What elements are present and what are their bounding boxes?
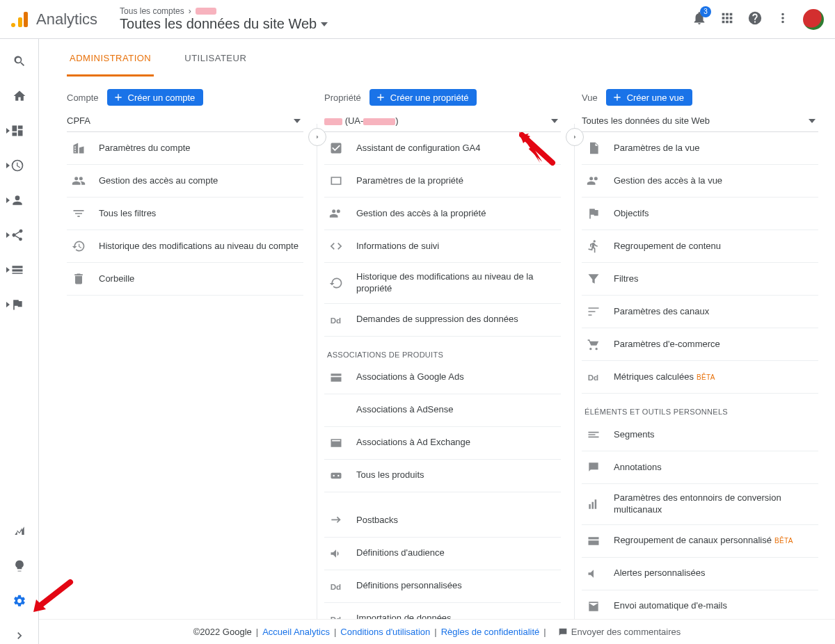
more-button[interactable] bbox=[775, 10, 790, 29]
row-view-access[interactable]: Gestion des accès à la vue bbox=[582, 165, 818, 198]
property-selector[interactable]: (UA-) bbox=[324, 110, 561, 132]
people-icon bbox=[71, 173, 86, 188]
row-calc-metrics[interactable]: DdMétriques calculéesBÊTA bbox=[582, 361, 818, 394]
home-icon bbox=[13, 89, 26, 103]
blank-icon bbox=[328, 403, 344, 418]
top-header: Analytics Tous les comptes › Toutes les … bbox=[0, 0, 835, 39]
help-button[interactable] bbox=[747, 10, 763, 29]
row-label: Associations à Google Ads bbox=[356, 371, 464, 383]
row-content-grouping[interactable]: Regroupement de contenu bbox=[582, 230, 818, 263]
row-view-filters[interactable]: Filtres bbox=[582, 263, 818, 296]
breadcrumb[interactable]: Tous les comptes › Toutes les données du… bbox=[120, 6, 328, 32]
rail-audience[interactable] bbox=[11, 192, 28, 209]
row-view-settings[interactable]: Paramètres de la vue bbox=[582, 132, 818, 165]
row-all-filters[interactable]: Tous les filtres bbox=[67, 198, 303, 230]
row-account-access[interactable]: Gestion des accès au compte bbox=[67, 165, 303, 198]
rail-customization[interactable] bbox=[11, 122, 28, 139]
footer-feedback-label: Envoyer des commentaires bbox=[571, 627, 681, 637]
view-selector[interactable]: Toutes les données du site Web bbox=[582, 110, 818, 132]
row-channel-settings[interactable]: Paramètres des canaux bbox=[582, 296, 818, 328]
segments-icon bbox=[586, 427, 601, 442]
svg-point-3 bbox=[337, 475, 340, 477]
row-data-deletion[interactable]: DdDemandes de suppression des données bbox=[324, 304, 561, 337]
footer-link-home[interactable]: Accueil Analytics bbox=[262, 627, 330, 637]
row-goals[interactable]: Objectifs bbox=[582, 198, 818, 230]
row-segments[interactable]: Segments bbox=[582, 419, 818, 451]
create-property-button[interactable]: Créer une propriété bbox=[369, 89, 477, 106]
rail-home[interactable] bbox=[11, 88, 28, 104]
row-label: Paramètres des entonnoirs de conversion … bbox=[614, 492, 814, 516]
notifications-button[interactable]: 3 bbox=[692, 10, 707, 29]
rail-admin[interactable] bbox=[11, 593, 28, 609]
left-rail bbox=[0, 39, 39, 644]
rail-discover[interactable] bbox=[11, 558, 28, 574]
row-all-products[interactable]: Tous les produits bbox=[324, 460, 561, 492]
tab-administration[interactable]: ADMINISTRATION bbox=[67, 39, 154, 77]
bars-icon bbox=[586, 497, 601, 512]
row-ecommerce-settings[interactable]: Paramètres d'e-commerce bbox=[582, 328, 818, 361]
property-column: Propriété Créer une propriété (UA-) Assi… bbox=[324, 89, 575, 644]
property-col-title: Propriété bbox=[324, 92, 361, 103]
create-view-label: Créer une vue bbox=[627, 92, 684, 103]
rail-realtime[interactable] bbox=[11, 157, 28, 174]
row-label: Paramètres de la vue bbox=[614, 143, 700, 154]
row-adsense[interactable]: Associations à AdSense bbox=[324, 394, 561, 427]
callout-arrow-ga4 bbox=[519, 132, 561, 170]
row-trash[interactable]: Corbeille bbox=[67, 263, 303, 296]
footer: ©2022 Google | Accueil Analytics | Condi… bbox=[39, 619, 835, 644]
rail-attribution[interactable] bbox=[11, 523, 28, 540]
caret-icon bbox=[6, 232, 10, 238]
row-custom-alerts[interactable]: Alertes personnalisées bbox=[582, 558, 818, 590]
account-selector[interactable]: CPFA bbox=[67, 110, 303, 132]
row-custom-def[interactable]: DdDéfinitions personnalisées bbox=[324, 570, 561, 603]
people-icon bbox=[328, 206, 344, 221]
chevron-down-icon bbox=[809, 118, 816, 124]
row-label: Alertes personnalisées bbox=[614, 567, 706, 579]
view-picker[interactable]: Toutes les données du site Web bbox=[120, 16, 328, 32]
row-mcf-settings[interactable]: Paramètres des entonnoirs de conversion … bbox=[582, 484, 818, 525]
chat-icon bbox=[586, 460, 601, 475]
rail-collapse[interactable] bbox=[11, 627, 28, 644]
row-google-ads[interactable]: Associations à Google Ads bbox=[324, 362, 561, 394]
row-property-access[interactable]: Gestion des accès à la propriété bbox=[324, 198, 561, 230]
create-view-button[interactable]: Créer une vue bbox=[606, 89, 692, 106]
apps-button[interactable] bbox=[719, 10, 735, 29]
history-icon bbox=[328, 275, 344, 291]
row-label: Paramètres des canaux bbox=[614, 306, 709, 318]
feedback-icon bbox=[557, 627, 568, 638]
row-property-settings[interactable]: Paramètres de la propriété bbox=[324, 165, 561, 198]
row-label: Paramètres du compte bbox=[99, 143, 191, 154]
row-account-settings[interactable]: Paramètres du compte bbox=[67, 132, 303, 165]
account-column: Compte Créer un compte CPFA Paramètres d… bbox=[67, 89, 317, 644]
row-label: Regroupement de canaux personnaliséBÊTA bbox=[614, 535, 793, 547]
row-audience-def[interactable]: Définitions d'audience bbox=[324, 538, 561, 570]
checkbox-icon bbox=[328, 140, 344, 156]
avatar[interactable] bbox=[803, 9, 824, 30]
rail-conversions[interactable] bbox=[11, 296, 28, 313]
row-scheduled-emails[interactable]: Envoi automatique d'e-mails bbox=[582, 590, 818, 623]
callout-arrow-gear bbox=[32, 579, 74, 616]
footer-feedback[interactable]: Envoyer des commentaires bbox=[557, 627, 681, 638]
row-postbacks[interactable]: Postbacks bbox=[324, 505, 561, 538]
chevron-down-icon bbox=[294, 118, 301, 124]
row-account-history[interactable]: Historique des modifications au niveau d… bbox=[67, 230, 303, 263]
behaviour-icon bbox=[10, 263, 24, 277]
footer-link-terms[interactable]: Conditions d'utilisation bbox=[340, 627, 430, 637]
create-account-button[interactable]: Créer un compte bbox=[107, 89, 204, 106]
row-tracking-info[interactable]: Informations de suivi bbox=[324, 230, 561, 263]
row-ad-exchange[interactable]: Associations à Ad Exchange bbox=[324, 427, 561, 460]
rail-acquisition[interactable] bbox=[11, 227, 28, 243]
row-label: Annotations bbox=[614, 462, 662, 474]
row-annotations[interactable]: Annotations bbox=[582, 451, 818, 484]
rail-search[interactable] bbox=[11, 53, 28, 70]
more-vertical-icon bbox=[775, 10, 790, 26]
mail-icon bbox=[586, 599, 601, 614]
redacted-account bbox=[196, 8, 216, 15]
row-label: Associations à AdSense bbox=[356, 404, 453, 416]
tab-utilisateur[interactable]: UTILISATEUR bbox=[182, 39, 249, 77]
rail-behaviour[interactable] bbox=[11, 261, 28, 278]
footer-link-privacy[interactable]: Règles de confidentialité bbox=[441, 627, 540, 637]
row-property-history[interactable]: Historique des modifications au niveau d… bbox=[324, 263, 561, 304]
plus-icon bbox=[113, 92, 124, 103]
row-custom-channel-grouping[interactable]: Regroupement de canaux personnaliséBÊTA bbox=[582, 525, 818, 558]
